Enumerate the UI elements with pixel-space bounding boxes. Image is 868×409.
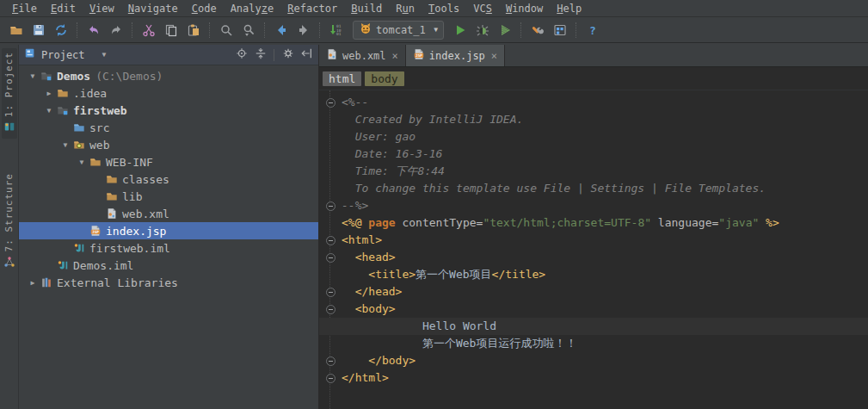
- tree-item-web-inf[interactable]: ▼WEB-INF: [19, 153, 318, 170]
- tree-item-demos-iml[interactable]: Demos.iml: [19, 257, 318, 274]
- code-line[interactable]: </html>: [319, 369, 868, 387]
- expand-arrow-icon[interactable]: ▼: [58, 141, 72, 149]
- tree-item-idea[interactable]: ▶.idea: [19, 84, 318, 102]
- debug-button[interactable]: [471, 20, 494, 40]
- code-line[interactable]: User: gao: [319, 128, 868, 146]
- menu-help[interactable]: Help: [550, 2, 588, 15]
- settings-button[interactable]: [526, 20, 549, 40]
- expand-arrow-icon[interactable]: ▼: [75, 158, 89, 166]
- tree-item-label: Demos: [57, 70, 90, 83]
- tag-crumb-html[interactable]: html: [323, 71, 361, 86]
- tree-item-label: web.xml: [122, 208, 169, 220]
- code-line[interactable]: <%@ page contentType="text/html;charset=…: [319, 214, 868, 232]
- coverage-button[interactable]: [494, 20, 516, 40]
- tomcat-icon: [359, 22, 372, 38]
- code-line[interactable]: Created by IntelliJ IDEA.: [319, 111, 868, 128]
- tree-item-web[interactable]: ▼web: [19, 136, 318, 153]
- menu-navigate[interactable]: Navigate: [121, 2, 185, 15]
- close-tab-icon[interactable]: ×: [392, 50, 398, 62]
- fold-icon[interactable]: [326, 374, 336, 383]
- tree-item-src[interactable]: src: [19, 119, 318, 136]
- stripe-1-project-button[interactable]: 1: Project: [2, 48, 17, 139]
- code-line[interactable]: <html>: [319, 232, 868, 249]
- hide-icon: [301, 47, 313, 62]
- search-button[interactable]: [215, 20, 237, 40]
- paste-button[interactable]: [182, 20, 205, 40]
- locate-button[interactable]: [236, 47, 248, 62]
- gear-button[interactable]: [282, 47, 294, 62]
- menu-vcs[interactable]: VCS: [466, 2, 499, 15]
- copy-button[interactable]: [160, 20, 182, 40]
- project-structure-button[interactable]: [549, 20, 571, 40]
- tree-item-classes[interactable]: classes: [19, 170, 318, 188]
- replace-button[interactable]: [237, 20, 260, 40]
- tree-item-firstweb[interactable]: ▼firstweb: [19, 102, 318, 119]
- fold-icon[interactable]: [326, 201, 336, 211]
- code-editor[interactable]: <%-- Created by IntelliJ IDEA. User: gao…: [319, 90, 868, 409]
- fold-icon[interactable]: [326, 253, 336, 263]
- tree-item-external-libraries[interactable]: ▶External Libraries: [19, 274, 318, 291]
- tree-item-firstweb-iml[interactable]: firstweb.iml: [19, 239, 318, 257]
- menu-tools[interactable]: Tools: [422, 2, 466, 15]
- expand-arrow-icon[interactable]: ▼: [26, 72, 40, 80]
- hotswap-button[interactable]: 011001: [325, 20, 348, 40]
- stripe-7-structure-button[interactable]: 7: Structure: [2, 170, 17, 273]
- code-line[interactable]: 第一个Web项目运行成功啦！！: [319, 335, 868, 352]
- forward-button[interactable]: [292, 20, 315, 40]
- expand-arrow-icon[interactable]: ▶: [42, 90, 56, 97]
- code-line[interactable]: </head>: [319, 283, 868, 301]
- back-icon: [274, 23, 288, 37]
- open-folder-button[interactable]: [5, 20, 28, 40]
- fold-icon[interactable]: [326, 288, 336, 297]
- run-configuration-select[interactable]: tomcat_1▼: [353, 21, 444, 40]
- menu-view[interactable]: View: [83, 2, 121, 15]
- code-line[interactable]: To change this template use File | Setti…: [319, 180, 868, 197]
- chevron-down-icon[interactable]: ▼: [102, 51, 107, 59]
- menu-window[interactable]: Window: [499, 2, 550, 15]
- tree-item-web-xml[interactable]: web.xml: [19, 205, 318, 222]
- code-line[interactable]: </body>: [319, 352, 868, 369]
- code-line[interactable]: Hello World: [319, 318, 868, 335]
- menu-build[interactable]: Build: [344, 2, 389, 15]
- close-tab-icon[interactable]: ×: [491, 50, 497, 62]
- code-line[interactable]: <title>第一个Web项目</title>: [319, 266, 868, 283]
- code-line[interactable]: Date: 16-3-16: [319, 146, 868, 163]
- menu-refactor[interactable]: Refactor: [280, 2, 344, 15]
- code-line[interactable]: <%--: [319, 94, 868, 111]
- redo-button[interactable]: [105, 20, 127, 40]
- tool-window-stripe: 1: Project7: Structure: [0, 45, 19, 409]
- tree-item-index-jsp[interactable]: JSPindex.jsp: [19, 222, 318, 239]
- fold-icon[interactable]: [326, 305, 336, 314]
- menu-run[interactable]: Run: [389, 2, 422, 15]
- expand-arrow-icon[interactable]: ▶: [26, 279, 40, 287]
- cut-button[interactable]: [138, 20, 160, 40]
- code-line[interactable]: <body>: [319, 301, 868, 318]
- tree-item-lib[interactable]: lib: [19, 188, 318, 205]
- menu-edit[interactable]: Edit: [44, 2, 83, 15]
- menu-analyze[interactable]: Analyze: [224, 2, 281, 15]
- expand-arrow-icon[interactable]: ▼: [42, 107, 56, 115]
- hide-button[interactable]: [301, 47, 313, 62]
- sync-button[interactable]: [50, 20, 72, 40]
- tree-item-label: firstweb: [73, 104, 127, 117]
- back-button[interactable]: [270, 20, 292, 40]
- collapse-all-button[interactable]: [255, 47, 267, 62]
- undo-button[interactable]: [83, 20, 105, 40]
- save-button[interactable]: [28, 20, 50, 40]
- code-line[interactable]: <head>: [319, 249, 868, 266]
- editor-tab-web-xml[interactable]: web.xml×: [319, 45, 406, 66]
- menu-file[interactable]: File: [5, 2, 44, 15]
- editor-tab-index-jsp[interactable]: JSPindex.jsp×: [406, 45, 505, 66]
- gutter: [319, 236, 342, 245]
- run-button[interactable]: [449, 20, 471, 40]
- tag-crumb-body[interactable]: body: [365, 71, 403, 86]
- tree-item-demos[interactable]: ▼Demos(C:\Demos): [19, 67, 318, 84]
- toolbar-separator: [520, 22, 522, 38]
- fold-icon[interactable]: [326, 98, 336, 108]
- fold-icon[interactable]: [326, 236, 336, 245]
- help-button[interactable]: ?: [582, 20, 604, 40]
- code-line[interactable]: --%>: [319, 197, 868, 214]
- fold-icon[interactable]: [326, 356, 336, 366]
- menu-code[interactable]: Code: [185, 2, 224, 15]
- code-line[interactable]: Time: 下午8:44: [319, 163, 868, 180]
